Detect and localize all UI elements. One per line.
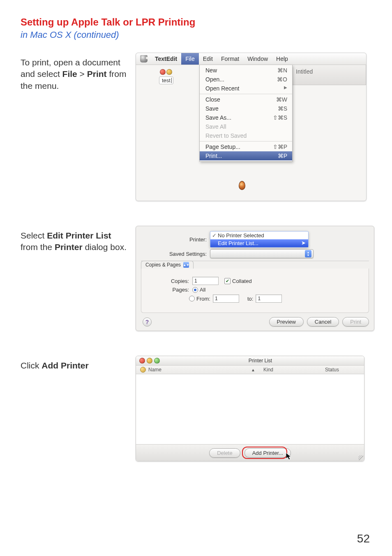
delete-button: Delete [209, 448, 240, 458]
column-kind[interactable]: Kind [259, 367, 321, 373]
saved-settings-label: Saved Settings: [141, 251, 210, 257]
document-name-input[interactable]: test [159, 76, 173, 84]
help-menu[interactable]: Help [272, 56, 292, 62]
sort-indicator-icon: ▲ [251, 368, 255, 372]
page-subtitle: in Mac OS X (continued) [21, 30, 371, 40]
gem-icon [140, 367, 146, 373]
printer-popup[interactable]: No Printer Selected Edit Printer List...… [210, 231, 309, 248]
screenshot-printer-list: Printer List Name ▲ Kind Status Delete [136, 356, 364, 461]
copies-label: Copies: [166, 278, 192, 284]
cursor-icon [239, 181, 245, 190]
column-status[interactable]: Status [321, 367, 343, 373]
screenshot-print-dialog: Printer: No Printer Selected Edit Printe… [136, 226, 374, 331]
print-button: Print [342, 317, 369, 327]
printer-list-area [136, 374, 364, 444]
pages-range-radio[interactable] [189, 296, 195, 301]
menu-item-save-as[interactable]: Save As...⇧⌘S [200, 113, 292, 122]
menu-item-save[interactable]: Save⌘S [200, 104, 292, 113]
menu-item-page-setup[interactable]: Page Setup...⇧⌘P [200, 142, 292, 151]
cursor-icon: ➤ [301, 240, 306, 246]
saved-settings-popup[interactable]: ▲▼ [210, 249, 314, 258]
svg-marker-0 [286, 453, 291, 460]
window-title: Printer List [160, 358, 361, 364]
step1-instruction: To print, open a document and select Fil… [21, 57, 127, 92]
screenshot-file-menu: TextEdit File Edit Format Window Help In… [136, 53, 367, 201]
column-headers: Name ▲ Kind Status [136, 366, 364, 374]
pages-label: Pages: [166, 287, 192, 293]
cancel-button[interactable]: Cancel [307, 317, 339, 327]
cursor-icon [286, 453, 292, 460]
printer-option-none[interactable]: No Printer Selected [210, 232, 308, 239]
collated-label: Collated [232, 278, 252, 284]
menu-item-new[interactable]: New⌘N [200, 66, 292, 75]
file-menu[interactable]: File [181, 53, 199, 65]
minimize-icon[interactable] [147, 358, 152, 364]
page-title: Setting up Apple Talk or LPR Printing [21, 16, 371, 28]
apple-menu-icon[interactable] [140, 55, 148, 63]
from-field[interactable]: 1 [213, 294, 239, 303]
menubar: TextEdit File Edit Format Window Help [136, 53, 366, 65]
app-menu[interactable]: TextEdit [151, 56, 181, 62]
menu-item-revert: Revert to Saved [200, 131, 292, 140]
edit-menu[interactable]: Edit [199, 56, 217, 62]
minimize-icon[interactable] [166, 69, 172, 75]
copies-field[interactable]: 1 [192, 277, 219, 285]
format-menu[interactable]: Format [217, 56, 243, 62]
to-label: to: [239, 296, 256, 302]
file-menu-dropdown: New⌘N Open...⌘O Open Recent Close⌘W Save… [199, 65, 293, 162]
page-number: 52 [357, 532, 370, 545]
column-name[interactable]: Name ▲ [136, 367, 259, 373]
menu-item-close[interactable]: Close⌘W [200, 95, 292, 104]
printer-option-edit-list[interactable]: Edit Printer List... ➤ [210, 239, 308, 247]
step2-instruction: Select Edit Printer List from the Printe… [21, 230, 127, 253]
section-popup[interactable]: Copies & Pages ▲▼ [141, 261, 194, 269]
to-field[interactable]: 1 [256, 294, 282, 303]
preview-button[interactable]: Preview [269, 317, 304, 327]
close-icon[interactable] [139, 358, 145, 364]
document-window: test [159, 69, 173, 84]
resize-handle-icon[interactable] [358, 455, 363, 460]
close-icon[interactable] [160, 69, 166, 75]
menu-item-open-recent[interactable]: Open Recent [200, 84, 292, 93]
zoom-icon[interactable] [154, 358, 160, 364]
step3-instruction: Click Add Printer [21, 360, 127, 371]
printer-label: Printer: [141, 236, 210, 243]
window-menu[interactable]: Window [243, 56, 272, 62]
from-label: From: [196, 296, 213, 302]
pages-all-label: All [200, 287, 205, 293]
pages-all-radio[interactable] [192, 287, 198, 293]
menu-item-save-all: Save All [200, 122, 292, 131]
add-printer-button[interactable]: Add Printer... [244, 448, 291, 458]
menu-item-open[interactable]: Open...⌘O [200, 75, 292, 84]
menu-item-print[interactable]: Print...⌘P [200, 151, 292, 160]
help-button[interactable]: ? [143, 317, 152, 327]
background-window-title: Intitled [291, 65, 366, 85]
collated-checkbox[interactable]: ✔ [224, 278, 231, 284]
